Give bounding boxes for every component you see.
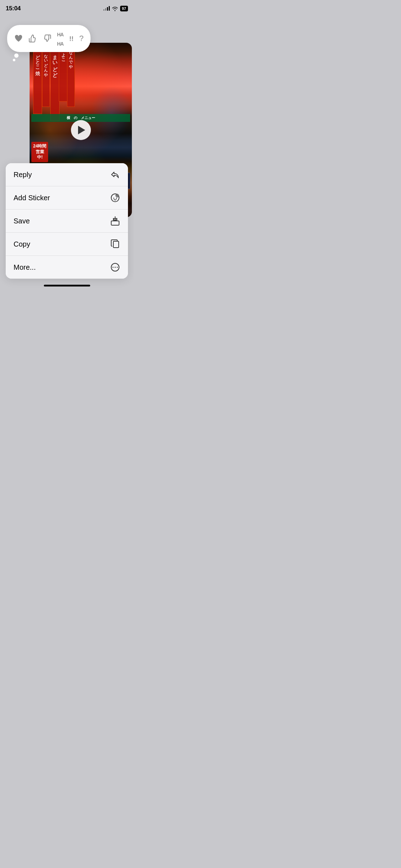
reaction-exclaim[interactable]: !!: [69, 34, 73, 43]
add-sticker-label: Add Sticker: [14, 194, 50, 202]
menu-item-more[interactable]: More...: [6, 256, 128, 279]
reaction-thumbs-up[interactable]: [29, 34, 37, 43]
status-icons: 97: [103, 6, 128, 11]
bottom-menu: Reply Add Sticker Save: [6, 163, 128, 279]
menu-item-save[interactable]: Save: [6, 210, 128, 233]
copy-icon: [110, 239, 120, 249]
svg-rect-3: [111, 221, 119, 225]
play-button[interactable]: [71, 120, 91, 140]
bubble-tail-small: [13, 59, 15, 61]
menu-item-add-sticker[interactable]: Add Sticker: [6, 186, 128, 210]
home-indicator: [44, 285, 90, 286]
copy-label: Copy: [14, 240, 30, 248]
menu-item-reply[interactable]: Reply: [6, 163, 128, 186]
svg-point-8: [117, 267, 118, 268]
more-label: More...: [14, 263, 36, 272]
svg-point-7: [115, 267, 116, 268]
wifi-icon: [112, 6, 118, 11]
battery-icon: 97: [120, 6, 128, 11]
bubble-tail: [14, 53, 19, 58]
status-bar: 15:04 97: [0, 0, 134, 14]
sign-24hr-left: 24時間営業中!: [31, 142, 48, 162]
sticker-icon: [110, 193, 120, 203]
reaction-thumbs-down[interactable]: [43, 34, 51, 43]
signal-bars-icon: [103, 6, 110, 11]
save-label: Save: [14, 217, 30, 225]
more-icon: [110, 262, 120, 272]
menu-item-copy[interactable]: Copy: [6, 233, 128, 256]
status-time: 15:04: [6, 5, 21, 12]
save-icon: [110, 216, 120, 226]
reply-label: Reply: [14, 171, 32, 179]
svg-point-6: [113, 267, 114, 268]
reply-icon: [110, 170, 120, 180]
play-triangle-icon: [78, 126, 85, 134]
reaction-haha[interactable]: HAHA: [57, 29, 63, 48]
reaction-question[interactable]: ?: [79, 34, 83, 43]
reaction-heart[interactable]: [14, 35, 23, 42]
reaction-bubble-container: HAHA !! ?: [7, 25, 91, 61]
svg-rect-4: [113, 241, 119, 248]
reaction-bubble: HAHA !! ?: [7, 25, 91, 52]
